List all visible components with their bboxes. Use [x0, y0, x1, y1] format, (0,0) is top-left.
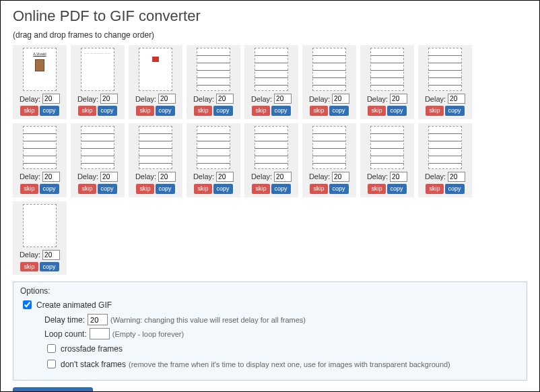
frame-delay-input[interactable] — [42, 94, 60, 104]
skip-button[interactable]: skip — [194, 106, 211, 116]
copy-button[interactable]: copy — [329, 106, 349, 116]
frame-thumbnail[interactable] — [197, 48, 230, 91]
frame-card[interactable]: Delay:skipcopy — [129, 45, 182, 119]
copy-button[interactable]: copy — [271, 106, 291, 116]
frame-delay-input[interactable] — [332, 94, 349, 104]
frame-thumbnail[interactable] — [370, 126, 404, 169]
crossfade-checkbox[interactable] — [47, 344, 56, 353]
dont-stack-label[interactable]: don't stack frames — [61, 360, 126, 369]
frame-delay-input[interactable] — [158, 94, 176, 104]
frame-card[interactable]: A.VivaldiDelay:skipcopy — [13, 45, 67, 119]
copy-button[interactable]: copy — [98, 184, 117, 194]
skip-button[interactable]: skip — [20, 262, 38, 272]
skip-button[interactable]: skip — [20, 106, 38, 116]
frame-card[interactable]: Delay:skipcopy — [360, 45, 414, 119]
frame-delay-input[interactable] — [448, 94, 465, 104]
frame-card[interactable]: Delay:skipcopy — [302, 45, 356, 119]
copy-button[interactable]: copy — [329, 184, 349, 194]
frame-thumbnail[interactable] — [428, 126, 462, 169]
frame-card[interactable]: Delay:skipcopy — [418, 45, 472, 119]
frame-thumbnail[interactable] — [139, 48, 172, 91]
create-gif-checkbox[interactable] — [23, 300, 32, 309]
frame-delay-input[interactable] — [390, 94, 407, 104]
frame-thumbnail[interactable] — [370, 48, 404, 91]
frame-card[interactable]: Delay:skipcopy — [13, 123, 67, 197]
frame-delay-input[interactable] — [100, 94, 118, 104]
loop-count-input[interactable] — [90, 328, 110, 339]
copy-button[interactable]: copy — [271, 184, 291, 194]
frame-thumbnail[interactable] — [139, 126, 172, 169]
skip-button[interactable]: skip — [136, 106, 154, 116]
skip-button[interactable]: skip — [252, 184, 269, 194]
skip-button[interactable]: skip — [136, 184, 154, 194]
frame-delay-input[interactable] — [448, 172, 465, 182]
frame-card[interactable]: Delay:skipcopy — [244, 123, 298, 197]
skip-button[interactable]: skip — [20, 184, 38, 194]
convert-button[interactable]: Convert to GIF! — [13, 387, 93, 392]
frame-delay-label: Delay: — [20, 95, 40, 103]
frame-card[interactable]: Delay:skipcopy — [418, 123, 472, 197]
frame-delay-input[interactable] — [42, 250, 60, 260]
create-gif-label[interactable]: Create animated GIF — [36, 300, 112, 310]
frame-card[interactable]: Delay:skipcopy — [71, 123, 125, 197]
frame-delay-input[interactable] — [274, 94, 292, 104]
frame-delay-input[interactable] — [274, 172, 292, 182]
frame-thumbnail[interactable] — [312, 126, 346, 169]
frame-thumbnail[interactable] — [255, 126, 288, 169]
frame-delay-label: Delay: — [309, 95, 330, 103]
frame-card[interactable]: Delay:skipcopy — [187, 45, 240, 119]
copy-button[interactable]: copy — [445, 184, 465, 194]
skip-button[interactable]: skip — [310, 106, 327, 116]
copy-button[interactable]: copy — [40, 262, 59, 272]
skip-button[interactable]: skip — [78, 106, 96, 116]
frame-card[interactable]: Delay:skipcopy — [360, 123, 414, 197]
frame-thumbnail[interactable]: — — — — — — — — — [81, 48, 114, 91]
skip-button[interactable]: skip — [252, 106, 269, 116]
frame-card[interactable]: — — — — — — — —Delay:skipcopy — [71, 45, 125, 119]
copy-button[interactable]: copy — [387, 184, 407, 194]
copy-button[interactable]: copy — [156, 106, 175, 116]
frame-thumbnail[interactable] — [197, 126, 230, 169]
frame-thumbnail[interactable] — [312, 48, 346, 91]
frame-thumbnail[interactable]: A.Vivaldi — [23, 48, 57, 91]
frame-button-row: skipcopy — [368, 106, 406, 116]
frame-card[interactable]: Delay:skipcopy — [244, 45, 298, 119]
skip-button[interactable]: skip — [426, 106, 443, 116]
frame-delay-input[interactable] — [42, 172, 60, 182]
frame-card[interactable]: Delay:skipcopy — [13, 201, 67, 275]
frame-thumbnail[interactable] — [81, 126, 114, 169]
skip-button[interactable]: skip — [310, 184, 327, 194]
frame-thumbnail[interactable] — [23, 204, 57, 247]
crossfade-label[interactable]: crossfade frames — [61, 344, 123, 354]
skip-button[interactable]: skip — [426, 184, 443, 194]
frame-card[interactable]: Delay:skipcopy — [302, 123, 356, 197]
frame-card[interactable]: Delay:skipcopy — [129, 123, 182, 197]
copy-button[interactable]: copy — [213, 184, 233, 194]
copy-button[interactable]: copy — [40, 106, 59, 116]
copy-button[interactable]: copy — [445, 106, 465, 116]
dont-stack-checkbox[interactable] — [47, 360, 56, 368]
skip-button[interactable]: skip — [78, 184, 96, 194]
frame-delay-row: Delay: — [131, 172, 180, 182]
frame-delay-input[interactable] — [390, 172, 407, 182]
frame-delay-input[interactable] — [100, 172, 118, 182]
frame-delay-row: Delay: — [189, 172, 238, 182]
copy-button[interactable]: copy — [387, 106, 407, 116]
frame-delay-input[interactable] — [216, 172, 234, 182]
copy-button[interactable]: copy — [213, 106, 233, 116]
frame-delay-input[interactable] — [216, 94, 234, 104]
skip-button[interactable]: skip — [368, 106, 385, 116]
frame-delay-input[interactable] — [158, 172, 176, 182]
frame-card[interactable]: Delay:skipcopy — [187, 123, 240, 197]
copy-button[interactable]: copy — [98, 106, 117, 116]
copy-button[interactable]: copy — [40, 184, 59, 194]
frame-delay-input[interactable] — [332, 172, 349, 182]
frame-delay-row: Delay: — [305, 172, 353, 182]
frame-thumbnail[interactable] — [23, 126, 57, 169]
frame-thumbnail[interactable] — [255, 48, 288, 91]
frame-thumbnail[interactable] — [428, 48, 462, 91]
delay-time-input[interactable] — [88, 314, 108, 325]
skip-button[interactable]: skip — [194, 184, 211, 194]
skip-button[interactable]: skip — [368, 184, 385, 194]
copy-button[interactable]: copy — [156, 184, 175, 194]
